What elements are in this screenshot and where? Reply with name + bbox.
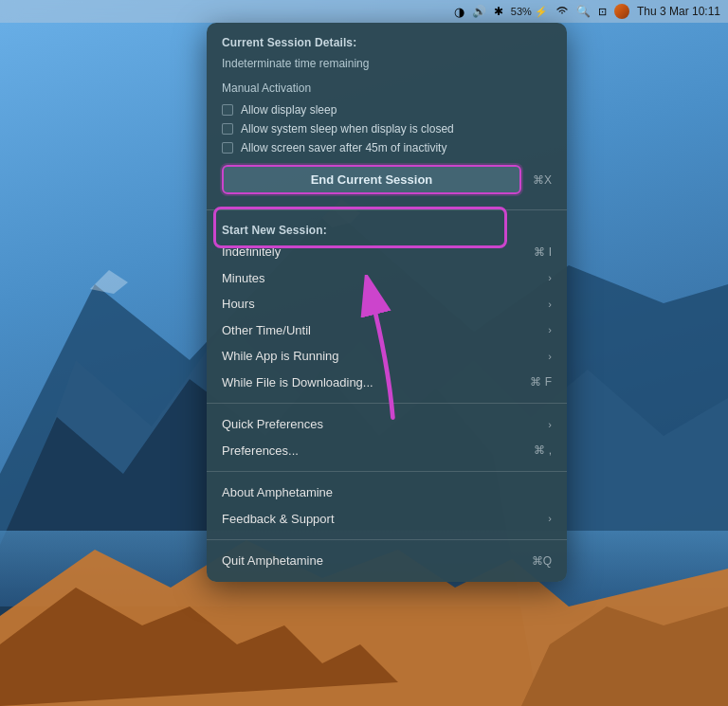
session-while-app[interactable]: While App is Running › — [207, 343, 567, 370]
chevron-icon: › — [548, 511, 552, 527]
checkbox-display-sleep: Allow display sleep — [207, 100, 567, 119]
svg-marker-9 — [90, 270, 128, 294]
battery-indicator[interactable]: 53% ⚡ — [511, 6, 548, 18]
about-section: About Amphetamine Feedback & Support › — [207, 471, 567, 539]
chevron-icon: › — [548, 297, 552, 313]
quick-preferences[interactable]: Quick Preferences › — [207, 411, 567, 438]
chevron-icon: › — [548, 417, 552, 433]
session-hours[interactable]: Hours › — [207, 291, 567, 317]
screen-saver-checkbox[interactable] — [222, 142, 233, 154]
volume-icon[interactable]: 🔊 — [472, 5, 486, 18]
session-while-file[interactable]: While File is Downloading... ⌘ F — [207, 370, 567, 396]
bluetooth-icon[interactable]: ✱ — [494, 5, 503, 18]
session-detail-indeterminate: Indeterminate time remaining — [207, 51, 567, 76]
amphetamine-icon[interactable]: ◑ — [454, 5, 464, 19]
chevron-icon: › — [548, 322, 552, 338]
quit-section: Quit Amphetamine ⌘Q — [207, 539, 567, 582]
search-icon[interactable]: 🔍 — [576, 5, 591, 18]
feedback-support[interactable]: Feedback & Support › — [207, 506, 567, 533]
session-indefinitely[interactable]: Indefinitely ⌘ I — [207, 239, 567, 265]
user-icon[interactable] — [614, 4, 629, 19]
quit-amphetamine[interactable]: Quit Amphetamine ⌘Q — [207, 548, 567, 574]
amphetamine-menu: Current Session Details: Indeterminate t… — [207, 23, 567, 582]
battery-percent: 53% — [511, 6, 532, 17]
chevron-icon: › — [548, 349, 552, 365]
current-session-section: Current Session Details: Indeterminate t… — [207, 23, 567, 209]
checkbox-screen-saver: Allow screen saver after 45m of inactivi… — [207, 138, 567, 157]
quick-prefs-section: Quick Preferences › Preferences... ⌘ , — [207, 403, 567, 471]
chevron-icon: › — [548, 270, 552, 286]
session-minutes[interactable]: Minutes › — [207, 265, 567, 292]
menubar: ◑ 🔊 ✱ 53% ⚡ 🔍 ⊡ Thu 3 Mar 10:11 — [0, 0, 728, 23]
new-session-section: Start New Session: Indefinitely ⌘ I Minu… — [207, 209, 567, 403]
end-session-button[interactable]: End Current Session — [222, 165, 521, 194]
session-detail-manual: Manual Activation — [207, 76, 567, 100]
menubar-right-items: ◑ 🔊 ✱ 53% ⚡ 🔍 ⊡ Thu 3 Mar 10:11 — [454, 4, 720, 19]
current-session-header: Current Session Details: — [207, 30, 567, 51]
end-session-shortcut: ⌘X — [533, 173, 552, 187]
preferences[interactable]: Preferences... ⌘ , — [207, 438, 567, 464]
new-session-header: Start New Session: — [207, 218, 567, 239]
session-other-time[interactable]: Other Time/Until › — [207, 317, 567, 344]
menubar-clock: Thu 3 Mar 10:11 — [637, 5, 720, 18]
wifi-icon[interactable] — [555, 5, 569, 19]
svg-marker-6 — [0, 588, 398, 706]
cast-icon[interactable]: ⊡ — [598, 6, 607, 18]
display-sleep-checkbox[interactable] — [222, 104, 233, 116]
end-session-row: End Current Session ⌘X — [207, 157, 567, 202]
checkbox-system-sleep: Allow system sleep when display is close… — [207, 119, 567, 138]
system-sleep-checkbox[interactable] — [222, 123, 233, 135]
battery-icon: ⚡ — [535, 6, 548, 17]
svg-marker-7 — [521, 606, 728, 706]
about-amphetamine[interactable]: About Amphetamine — [207, 480, 567, 506]
